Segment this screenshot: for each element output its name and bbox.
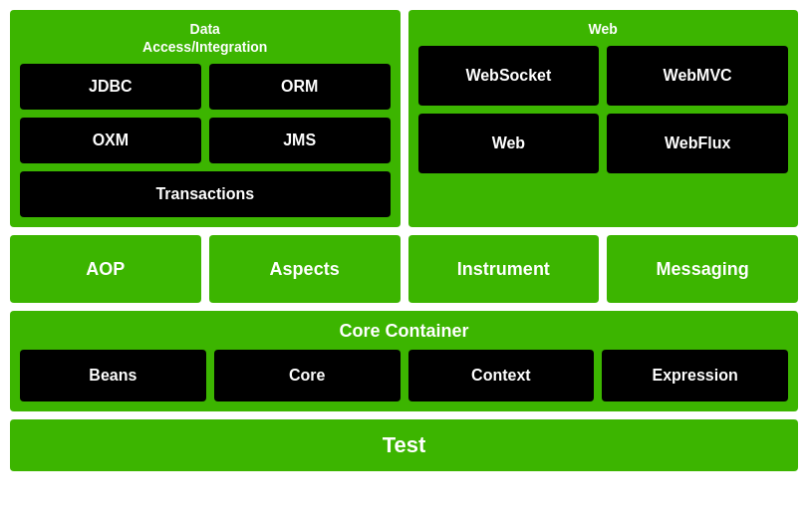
aop-box: AOP bbox=[10, 235, 201, 303]
core-container-section: Core Container Beans Core Context Expres… bbox=[10, 311, 798, 411]
web-grid: WebSocket WebMVC Web WebFlux bbox=[418, 46, 789, 173]
oxm-box: OXM bbox=[20, 118, 201, 163]
webflux-box: WebFlux bbox=[607, 114, 788, 173]
webmvc-box: WebMVC bbox=[607, 46, 788, 106]
test-section: Test bbox=[10, 419, 798, 471]
web-title: Web bbox=[418, 20, 789, 38]
data-access-section: Data Access/Integration JDBC ORM OXM JMS… bbox=[10, 10, 401, 227]
expression-box: Expression bbox=[602, 350, 788, 401]
context-box: Context bbox=[408, 350, 595, 401]
spring-diagram: Data Access/Integration JDBC ORM OXM JMS… bbox=[10, 10, 798, 471]
aspects-box: Aspects bbox=[209, 235, 401, 303]
core-box: Core bbox=[214, 350, 401, 401]
orm-box: ORM bbox=[209, 64, 391, 110]
messaging-box: Messaging bbox=[607, 235, 798, 303]
data-access-grid: JDBC ORM OXM JMS Transactions bbox=[20, 64, 391, 217]
web-section: Web WebSocket WebMVC Web WebFlux bbox=[408, 10, 799, 227]
row-data-web: Data Access/Integration JDBC ORM OXM JMS… bbox=[10, 10, 798, 227]
data-access-title: Data Access/Integration bbox=[20, 20, 391, 56]
instrument-box: Instrument bbox=[408, 235, 600, 303]
test-label: Test bbox=[383, 432, 426, 458]
websocket-box: WebSocket bbox=[418, 46, 600, 106]
web-box: Web bbox=[418, 114, 600, 173]
row-middle: AOP Aspects Instrument Messaging bbox=[10, 235, 798, 303]
beans-box: Beans bbox=[20, 350, 206, 401]
jdbc-box: JDBC bbox=[20, 64, 201, 110]
core-grid: Beans Core Context Expression bbox=[20, 350, 788, 401]
jms-box: JMS bbox=[209, 118, 391, 163]
transactions-box: Transactions bbox=[20, 171, 391, 217]
core-container-title: Core Container bbox=[20, 321, 788, 342]
